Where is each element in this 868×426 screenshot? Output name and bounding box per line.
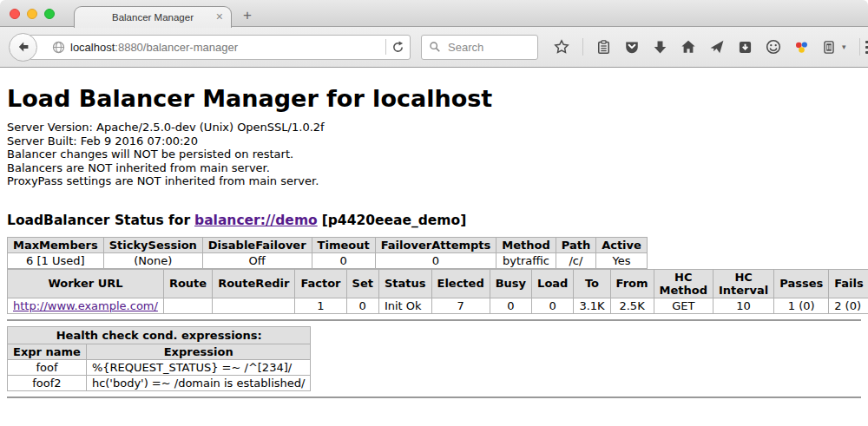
divider — [582, 38, 583, 56]
worker-url-link[interactable]: http://www.example.com/ — [13, 299, 158, 312]
col-header-passes: Passes — [774, 269, 829, 298]
col-header-fails: Fails — [829, 269, 868, 298]
balancer-settings-table: MaxMembers StickySession DisableFailover… — [7, 237, 648, 269]
col-header-elected: Elected — [431, 269, 490, 298]
col-header-stickysession: StickySession — [103, 237, 202, 252]
col-header-timeout: Timeout — [312, 237, 375, 252]
title-bar: Balancer Manager × + — [0, 0, 868, 27]
cell-load: 0 — [532, 298, 574, 313]
cell-expr-name: foof — [8, 359, 87, 375]
minimize-button[interactable] — [27, 9, 37, 19]
cell-set: 0 — [346, 298, 378, 313]
col-header-status: Status — [378, 269, 431, 298]
col-header-route: Route — [163, 269, 212, 298]
close-button[interactable] — [10, 9, 20, 19]
cell-path: /c/ — [556, 252, 595, 268]
url-text[interactable]: localhost:8880/balancer-manager — [70, 41, 380, 54]
cell-routeredir — [213, 298, 295, 313]
dropdown-arrow-icon[interactable]: ▾ — [842, 43, 846, 51]
server-info: Server Version: Apache/2.5.0-dev (Unix) … — [7, 121, 861, 188]
cell-fails: 2 (0) — [829, 298, 868, 313]
cell-expr-name: foof2 — [8, 375, 87, 390]
col-header-maxmembers: MaxMembers — [8, 237, 104, 252]
cell-method: bytraffic — [496, 252, 556, 268]
worker-status-table: Worker URL Route RouteRedir Factor Set S… — [7, 269, 868, 314]
table-header-row: MaxMembers StickySession DisableFailover… — [8, 237, 648, 252]
col-header-worker-url: Worker URL — [8, 269, 164, 298]
send-icon[interactable] — [709, 39, 725, 55]
new-tab-button[interactable]: + — [243, 7, 252, 24]
cell-stickysession: (None) — [103, 252, 202, 268]
col-header-failoverattempts: FailoverAttempts — [375, 237, 496, 252]
menu-icon[interactable] — [865, 41, 868, 54]
cell-failoverattempts: 0 — [375, 252, 496, 268]
table-row: foof2 hc('body') =~ /domain is establish… — [8, 375, 311, 390]
balancer-link[interactable]: balancer://demo — [194, 213, 318, 228]
search-input[interactable] — [446, 40, 528, 55]
cell-elected: 7 — [431, 298, 490, 313]
navigation-toolbar: localhost:8880/balancer-manager — [0, 27, 868, 68]
toolbar-right-group — [865, 39, 868, 56]
col-header-set: Set — [346, 269, 378, 298]
home-icon[interactable] — [681, 39, 696, 55]
col-header-routeredir: RouteRedir — [213, 269, 295, 298]
table-caption-row: Health check cond. expressions: — [8, 326, 311, 344]
table-row: http://www.example.com/ 1 0 Init Ok 7 0 … — [8, 298, 868, 313]
feedback-smiley-icon[interactable] — [766, 39, 781, 55]
cell-expression: %{REQUEST_STATUS} =~ /^[234]/ — [86, 359, 311, 375]
cell-route — [163, 298, 212, 313]
download-manager-icon[interactable] — [738, 40, 753, 55]
page-content: Load Balancer Manager for localhost Serv… — [0, 85, 868, 398]
address-bar[interactable]: localhost:8880/balancer-manager — [29, 35, 411, 60]
cell-from: 2.5K — [610, 298, 654, 313]
divider — [859, 38, 860, 56]
back-button[interactable] — [9, 33, 37, 62]
pocket-icon[interactable] — [624, 39, 640, 55]
cell-timeout: 0 — [312, 252, 375, 268]
col-header-hc-method: HC Method — [654, 269, 713, 298]
globe-icon — [52, 41, 65, 54]
colored-dots-icon[interactable] — [794, 40, 809, 55]
cell-expression: hc('body') =~ /domain is established/ — [86, 375, 311, 390]
bookmark-star-icon[interactable] — [554, 39, 569, 55]
table-header-row: Worker URL Route RouteRedir Factor Set S… — [8, 269, 868, 298]
search-field[interactable] — [421, 35, 538, 60]
proxypass-note-line: ProxyPass settings are NOT inherited fro… — [7, 174, 861, 188]
url-domain: localhost — [70, 41, 115, 54]
divider-rule — [7, 319, 861, 321]
server-built-line: Server Built: Feb 9 2016 07:00:20 — [7, 134, 861, 148]
cell-hc-method: GET — [654, 298, 713, 313]
zoom-button[interactable] — [44, 9, 55, 19]
bottom-rule — [7, 397, 861, 398]
col-header-busy: Busy — [490, 269, 531, 298]
cell-passes: 1 (0) — [774, 298, 829, 313]
cell-disablefailover: Off — [202, 252, 312, 268]
table-row: 6 [1 Used] (None) Off 0 0 bytraffic /c/ … — [8, 252, 648, 268]
status-heading-suffix: [p4420eeae_demo] — [322, 213, 467, 228]
tab-title: Balancer Manager — [112, 12, 194, 23]
col-header-from: From — [610, 269, 654, 298]
col-header-disablefailover: DisableFailover — [202, 237, 312, 252]
url-path: :8880/balancer-manager — [115, 41, 238, 54]
col-header-factor: Factor — [295, 269, 346, 298]
cell-busy: 0 — [490, 298, 531, 313]
container-icon[interactable] — [822, 40, 836, 55]
reload-button[interactable] — [391, 41, 404, 54]
cell-factor: 1 — [295, 298, 346, 313]
cell-maxmembers: 6 [1 Used] — [8, 252, 104, 268]
download-icon[interactable] — [653, 40, 667, 55]
search-icon — [429, 41, 441, 53]
reading-list-icon[interactable] — [596, 40, 611, 55]
col-header-path: Path — [556, 237, 595, 252]
cell-to: 3.1K — [574, 298, 610, 313]
table-row: foof %{REQUEST_STATUS} =~ /^[234]/ — [8, 359, 311, 375]
table-header-row: Expr name Expression — [8, 344, 311, 359]
col-header-active: Active — [596, 237, 648, 252]
cell-status: Init Ok — [378, 298, 431, 313]
tab-balancer-manager[interactable]: Balancer Manager × — [74, 6, 232, 28]
server-version-line: Server Version: Apache/2.5.0-dev (Unix) … — [7, 121, 861, 134]
health-check-table: Health check cond. expressions: Expr nam… — [7, 326, 311, 391]
divider — [385, 39, 386, 55]
col-header-to: To — [574, 269, 610, 298]
tab-close-icon[interactable]: × — [216, 10, 223, 23]
